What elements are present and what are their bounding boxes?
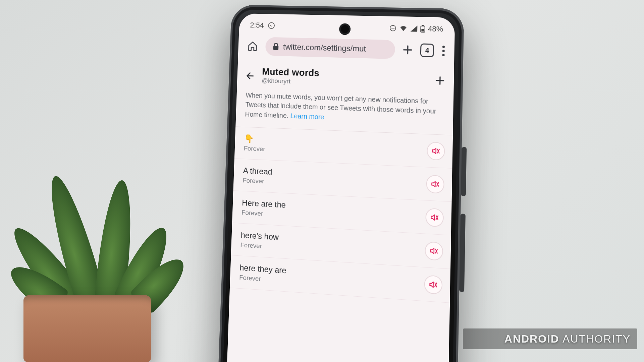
add-muted-word-button[interactable] (434, 75, 446, 86)
unmute-icon (431, 180, 440, 189)
svg-point-0 (268, 22, 274, 28)
decorative-plant (7, 121, 181, 362)
browser-menu-icon[interactable] (441, 44, 446, 57)
wifi-icon (399, 25, 408, 32)
unmute-icon (429, 280, 438, 290)
dnd-icon (389, 24, 397, 32)
whatsapp-icon (268, 22, 275, 29)
battery-percent: 48% (428, 24, 443, 34)
unmute-button[interactable] (425, 241, 443, 261)
unmute-icon (430, 213, 439, 223)
svg-rect-4 (422, 25, 424, 26)
unmute-button[interactable] (427, 142, 445, 161)
unmute-icon (431, 146, 440, 156)
battery-icon (420, 25, 425, 33)
url-bar[interactable]: twitter.com/settings/mut (265, 37, 395, 59)
unmute-button[interactable] (426, 175, 444, 194)
home-icon[interactable] (246, 39, 259, 53)
learn-more-link[interactable]: Learn more (290, 112, 324, 121)
unmute-icon (429, 246, 439, 256)
volume-button (461, 147, 467, 196)
phone-device: 2:54 (217, 5, 464, 362)
watermark: ANDROIDAUTHORITY (504, 333, 631, 345)
muted-words-list: 👇 Forever A thread Forever (230, 127, 453, 303)
tab-count: 4 (425, 46, 429, 54)
unmute-button[interactable] (425, 208, 444, 227)
url-text: twitter.com/settings/mut (283, 42, 366, 54)
new-tab-icon[interactable] (402, 44, 414, 56)
tab-switcher-button[interactable]: 4 (420, 43, 434, 57)
lock-icon (273, 43, 279, 50)
svg-rect-6 (273, 46, 278, 50)
clock-text: 2:54 (250, 21, 264, 29)
cell-signal-icon (410, 25, 418, 32)
unmute-button[interactable] (424, 275, 442, 295)
power-button (459, 214, 466, 292)
back-arrow-icon[interactable] (245, 69, 255, 81)
svg-rect-5 (421, 29, 424, 32)
